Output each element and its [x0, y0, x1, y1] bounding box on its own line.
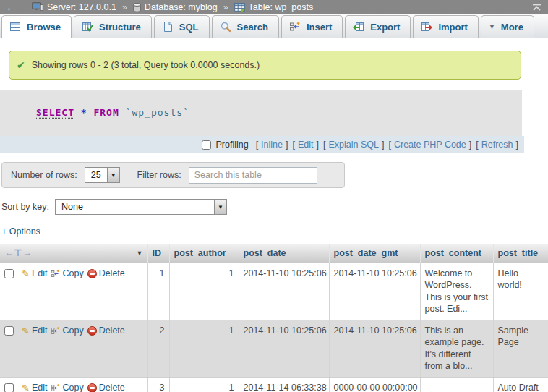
tab-more[interactable]: ▼ More — [481, 15, 534, 38]
tab-label: Export — [370, 22, 400, 33]
tab-import[interactable]: Import — [413, 15, 478, 38]
delete-row-link[interactable]: Delete — [87, 325, 125, 337]
insert-icon — [289, 21, 301, 33]
pencil-icon: ✎ — [22, 268, 30, 280]
copy-row-link[interactable]: Copy — [51, 325, 83, 337]
cell-post-date[interactable]: 2014-11-10 10:25:06 — [239, 320, 329, 377]
cell-post-content[interactable]: This is an example page. It's different … — [420, 320, 493, 377]
profiling-checkbox[interactable] — [202, 140, 211, 150]
column-header-id[interactable]: ID — [147, 244, 169, 263]
cell-post-date[interactable]: 2014-11-10 10:25:06 — [239, 263, 329, 320]
sql-table-name: `wp_posts` — [126, 107, 189, 118]
back-arrow-button[interactable]: ← — [6, 1, 16, 13]
pencil-icon: ✎ — [22, 325, 30, 337]
copy-icon — [51, 269, 60, 278]
create-php-code-link[interactable]: Create PHP Code — [394, 140, 466, 150]
tab-browse[interactable]: Browse — [1, 15, 72, 38]
tab-insert[interactable]: Insert — [281, 15, 343, 38]
explain-sql-link[interactable]: Explain SQL — [328, 140, 378, 150]
inline-link[interactable]: Inline — [261, 140, 283, 150]
tab-search[interactable]: Search — [212, 15, 279, 38]
tab-export[interactable]: Export — [345, 15, 411, 38]
tab-structure[interactable]: Structure — [74, 15, 152, 38]
tab-sql[interactable]: SQL — [154, 15, 210, 38]
cell-id[interactable]: 3 — [147, 377, 169, 392]
row-checkbox[interactable] — [4, 326, 14, 336]
cell-post-date-gmt[interactable]: 2014-11-10 10:25:06 — [329, 263, 420, 320]
delete-icon — [87, 326, 97, 336]
tab-label: Insert — [307, 22, 332, 33]
column-header-post-title[interactable]: post_title — [493, 244, 548, 263]
delete-row-link[interactable]: Delete — [87, 268, 125, 280]
sort-by-key-select[interactable]: None ▼ — [55, 199, 227, 215]
sql-query-box: SELECT * FROM `wp_posts` — [0, 90, 522, 136]
cell-post-content[interactable]: Welcome to WordPress. This is your first… — [420, 263, 493, 320]
refresh-link[interactable]: Refresh — [481, 140, 513, 150]
sql-keyword-from: FROM — [93, 107, 119, 118]
bracket: [ — [292, 140, 294, 150]
cell-post-title[interactable]: Sample Page — [493, 320, 548, 377]
cell-post-author[interactable]: 1 — [169, 320, 239, 377]
edit-row-link[interactable]: ✎Edit — [22, 268, 47, 280]
copy-row-link[interactable]: Copy — [51, 268, 83, 280]
row-checkbox[interactable] — [4, 269, 14, 278]
rows-filter-bar: Number of rows: 25 ▼ Filter rows: — [1, 162, 345, 188]
sort-by-key-value: None — [56, 200, 214, 214]
select-arrow-icon: ▼ — [107, 168, 119, 182]
column-header-post-date[interactable]: post_date — [239, 244, 329, 263]
structure-icon — [82, 21, 93, 33]
filter-rows-input[interactable] — [189, 167, 317, 184]
cell-post-title[interactable]: Auto Draft — [493, 377, 548, 392]
bracket: ] — [382, 140, 384, 150]
sort-options-icon[interactable]: ▼ — [137, 250, 143, 257]
browse-icon — [9, 21, 21, 33]
copy-row-link[interactable]: Copy — [51, 382, 83, 392]
export-icon — [353, 21, 364, 33]
breadcrumb-separator: » — [122, 2, 127, 12]
column-header-post-content[interactable]: post_content — [420, 244, 493, 263]
delete-icon — [87, 383, 97, 392]
tab-label: More — [501, 22, 523, 33]
breadcrumb-table[interactable]: Table: wp_posts — [234, 2, 314, 12]
bracket: ] — [317, 140, 319, 150]
results-table: ←⊤→ ▼ ID post_author post_date post_date… — [0, 244, 548, 392]
cell-post-author[interactable]: 1 — [169, 377, 239, 392]
actions-header: ←⊤→ ▼ — [0, 244, 147, 263]
column-marker-icon[interactable]: ←⊤→ — [4, 247, 32, 258]
breadcrumb-database-label: Database: myblog — [145, 2, 218, 12]
rows-per-page-value: 25 — [85, 168, 107, 182]
cell-id[interactable]: 2 — [147, 320, 169, 377]
cell-post-author[interactable]: 1 — [169, 263, 239, 320]
rows-per-page-select[interactable]: 25 ▼ — [85, 167, 120, 183]
row-checkbox[interactable] — [4, 383, 14, 392]
cell-post-content[interactable] — [420, 377, 493, 392]
cell-post-date-gmt[interactable]: 2014-11-10 10:25:06 — [329, 320, 420, 377]
row-actions-cell: ✎Edit Copy Delete — [0, 263, 147, 320]
column-header-post-author[interactable]: post_author — [169, 244, 239, 263]
result-message: ✔ Showing rows 0 - 2 (3 total, Query too… — [9, 51, 521, 80]
edit-row-link[interactable]: ✎Edit — [22, 382, 47, 392]
row-actions-cell: ✎Edit Copy Delete — [0, 320, 147, 377]
tab-bar: Browse Structure SQL Search Insert Expor… — [0, 14, 548, 38]
cell-post-title[interactable]: Hello world! — [493, 263, 548, 320]
breadcrumb-server[interactable]: Server: 127.0.0.1 — [32, 2, 116, 12]
sort-by-key-label: Sort by key: — [1, 202, 49, 212]
edit-row-link[interactable]: ✎Edit — [22, 325, 47, 337]
breadcrumb-separator: » — [223, 2, 228, 12]
edit-query-link[interactable]: Edit — [298, 140, 314, 150]
tab-label: SQL — [179, 22, 199, 33]
bracket: [ — [323, 140, 325, 150]
options-toggle-link[interactable]: + Options — [1, 226, 40, 237]
query-options-bar: Profiling [ Inline ] [ Edit ] [ Explain … — [0, 136, 524, 153]
collapse-icon[interactable] — [531, 4, 542, 12]
cell-post-date[interactable]: 2014-11-14 06:33:38 — [239, 377, 329, 392]
cell-post-date-gmt[interactable]: 0000-00-00 00:00:00 — [329, 377, 420, 392]
breadcrumb-server-label: Server: 127.0.0.1 — [47, 2, 116, 12]
delete-row-link[interactable]: Delete — [87, 382, 125, 392]
rows-per-page-label: Number of rows: — [11, 170, 77, 180]
column-header-post-date-gmt[interactable]: post_date_gmt — [329, 244, 420, 263]
tab-label: Structure — [99, 22, 141, 33]
cell-id[interactable]: 1 — [147, 263, 169, 320]
bracket: [ — [476, 140, 478, 150]
breadcrumb-database[interactable]: Database: myblog — [133, 2, 218, 12]
